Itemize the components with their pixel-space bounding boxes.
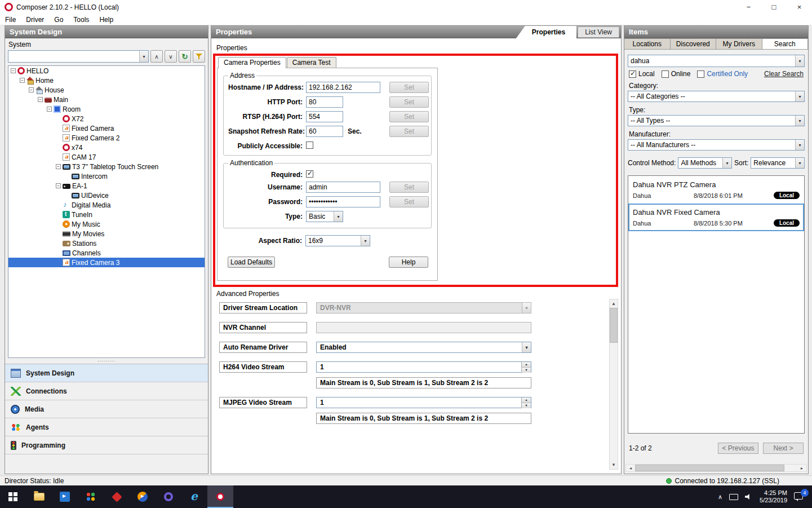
notification-center-button[interactable]: 4 xyxy=(794,491,807,502)
spinner-up-icon[interactable]: ▴ xyxy=(522,397,531,403)
maximize-button[interactable]: □ xyxy=(761,0,787,14)
nav-item-programming[interactable]: Programming xyxy=(5,436,208,454)
http-port-set-button[interactable]: Set xyxy=(389,96,429,108)
username-input[interactable]: admin xyxy=(306,182,380,193)
search-previous-button[interactable]: ∧ xyxy=(150,50,163,63)
sort-dropdown[interactable]: Relevance ▾ xyxy=(751,157,805,169)
taskbar-blue-app-button[interactable] xyxy=(52,485,78,508)
taskbar-clock[interactable]: 4:25 PM 5/23/2019 xyxy=(760,489,787,504)
tab-list-view[interactable]: List View xyxy=(578,26,619,38)
tree-item-x74[interactable]: x74 xyxy=(8,143,205,152)
search-next-button[interactable]: ∨ xyxy=(165,50,177,63)
mjpeg-video-stream-spinner[interactable]: 1▴▾ xyxy=(316,397,531,408)
taskbar-media-app-button[interactable] xyxy=(130,485,156,508)
publicly-accessible-checkbox[interactable] xyxy=(306,142,313,149)
scrollbar-track[interactable] xyxy=(610,308,618,461)
scrollbar-track[interactable] xyxy=(635,465,797,471)
result-dahua-nvr-ptz-camera[interactable]: Dahua NVR PTZ CameraDahua8/8/2018 6:01 P… xyxy=(628,176,804,204)
spinner-up-icon[interactable]: ▴ xyxy=(522,362,531,368)
control-method-dropdown[interactable]: All Methods ▾ xyxy=(678,157,732,169)
close-button[interactable]: × xyxy=(787,0,812,14)
result-dahua-nvr-fixed-camera[interactable]: Dahua NVR Fixed CameraDahua8/8/2018 5:30… xyxy=(628,204,804,231)
tree-expander-icon[interactable]: − xyxy=(38,97,43,102)
aspect-ratio-dropdown[interactable]: 16x9 ▾ xyxy=(305,235,370,246)
tree-item-cam-17[interactable]: CAM 17 xyxy=(8,152,205,162)
refresh-button[interactable]: ↻ xyxy=(179,50,191,63)
menu-driver[interactable]: Driver xyxy=(21,16,49,24)
help-button[interactable]: Help xyxy=(389,257,428,268)
auto-rename-driver-dropdown[interactable]: Enabled▾ xyxy=(316,342,531,353)
snapshot-rate-input[interactable]: 60 xyxy=(306,126,343,137)
tree-item-intercom[interactable]: Intercom xyxy=(8,171,205,181)
menu-go[interactable]: Go xyxy=(49,16,68,24)
tree-item-my-movies[interactable]: My Movies xyxy=(8,229,205,238)
tray-chevron-up-icon[interactable]: ∧ xyxy=(718,493,722,501)
tree-expander-icon[interactable]: − xyxy=(56,183,61,188)
tree-expander-icon[interactable]: − xyxy=(47,107,52,112)
nav-item-agents[interactable]: Agents xyxy=(5,418,208,436)
items-horizontal-scrollbar[interactable]: ◄ ► xyxy=(625,464,807,472)
password-input[interactable]: •••••••••••• xyxy=(306,196,380,207)
type-dropdown[interactable]: -- All Types -- ▾ xyxy=(628,115,805,126)
chevron-down-icon[interactable]: ▾ xyxy=(795,55,804,67)
tree-item-fixed-camera[interactable]: Fixed Camera xyxy=(8,123,205,133)
tree-expander-icon[interactable]: − xyxy=(29,87,34,92)
rtsp-port-set-button[interactable]: Set xyxy=(389,111,429,122)
tree-item-tunein[interactable]: TuneIn xyxy=(8,210,205,219)
tree-expander-icon[interactable]: − xyxy=(11,68,16,73)
panel-splitter[interactable]: ......... xyxy=(5,358,208,364)
previous-button[interactable]: < Previous xyxy=(718,443,758,454)
required-checkbox[interactable] xyxy=(306,170,313,178)
username-set-button[interactable]: Set xyxy=(389,182,429,193)
rtsp-port-input[interactable]: 554 xyxy=(306,111,343,122)
taskbar-purple-app-button[interactable] xyxy=(156,485,181,508)
certified-only-checkbox[interactable] xyxy=(697,70,704,78)
tree-item-channels[interactable]: Channels xyxy=(8,248,205,258)
menu-tools[interactable]: Tools xyxy=(68,16,94,24)
tree-item-stations[interactable]: Stations xyxy=(8,238,205,248)
auth-type-dropdown[interactable]: Basic ▾ xyxy=(306,211,343,222)
nav-item-system-design[interactable]: System Design xyxy=(5,364,208,382)
tab-search[interactable]: Search xyxy=(762,38,809,50)
local-checkbox[interactable] xyxy=(629,70,636,78)
menu-file[interactable]: File xyxy=(0,16,21,24)
tree-item-my-music[interactable]: My Music xyxy=(8,219,205,229)
tree-item-home[interactable]: −Home xyxy=(8,76,205,85)
tree-item-x72[interactable]: X72 xyxy=(8,114,205,123)
tree-expander-icon[interactable]: − xyxy=(56,164,61,169)
tab-locations[interactable]: Locations xyxy=(624,38,671,50)
scrollbar-thumb[interactable] xyxy=(635,465,784,471)
tree-item-house[interactable]: −House xyxy=(8,85,205,95)
taskbar-start-button[interactable] xyxy=(0,485,26,508)
scroll-up-icon[interactable]: ▲ xyxy=(610,299,618,308)
taskbar-file-explorer-button[interactable] xyxy=(26,485,52,508)
tree-item-main[interactable]: −Main xyxy=(8,95,205,104)
nav-item-connections[interactable]: Connections xyxy=(5,382,208,400)
tree-item-hello[interactable]: −HELLO xyxy=(8,66,205,76)
system-filter-combobox[interactable]: ▾ xyxy=(8,50,149,63)
filter-button[interactable] xyxy=(193,50,205,63)
h264-video-stream-spinner[interactable]: 1▴▾ xyxy=(316,361,531,373)
tree-item-fixed-camera-2[interactable]: Fixed Camera 2 xyxy=(8,133,205,143)
tab-my-drivers[interactable]: My Drivers xyxy=(716,38,762,50)
next-button[interactable]: Next > xyxy=(763,443,804,454)
category-dropdown[interactable]: -- All Categories -- ▾ xyxy=(628,91,805,102)
chevron-down-icon[interactable]: ▾ xyxy=(139,51,148,62)
advanced-scrollbar[interactable]: ▲ ▼ xyxy=(609,299,618,470)
tree-item-digital-media[interactable]: Digital Media xyxy=(8,200,205,210)
nav-item-media[interactable]: Media xyxy=(5,400,208,418)
taskbar-colorful-app-button[interactable] xyxy=(78,485,104,508)
menu-help[interactable]: Help xyxy=(94,16,118,24)
minimize-button[interactable]: − xyxy=(736,0,761,14)
tray-display-icon[interactable] xyxy=(729,494,738,500)
snapshot-rate-set-button[interactable]: Set xyxy=(389,126,429,137)
tree-item-ea-1[interactable]: −EA-1 xyxy=(8,181,205,191)
tree-item-room[interactable]: −Room xyxy=(8,104,205,114)
tab-discovered[interactable]: Discovered xyxy=(671,38,717,50)
spinner-down-icon[interactable]: ▾ xyxy=(522,403,531,408)
scrollbar-thumb[interactable] xyxy=(610,308,618,343)
spinner-down-icon[interactable]: ▾ xyxy=(522,368,531,373)
scroll-right-icon[interactable]: ► xyxy=(797,465,806,471)
password-set-button[interactable]: Set xyxy=(389,196,429,207)
hostname-set-button[interactable]: Set xyxy=(389,82,429,93)
